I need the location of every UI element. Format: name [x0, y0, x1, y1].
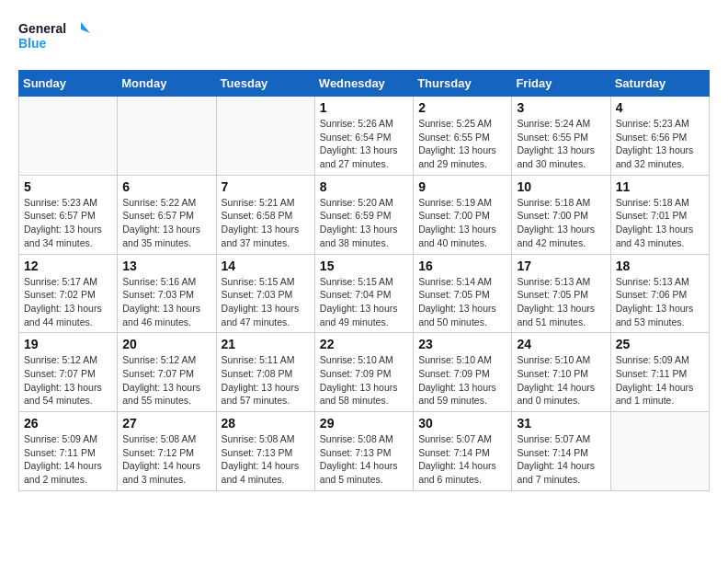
day-info: Sunrise: 5:20 AM Sunset: 6:59 PM Dayligh…	[320, 196, 408, 250]
day-number: 18	[616, 259, 704, 273]
calendar-cell: 5Sunrise: 5:23 AM Sunset: 6:57 PM Daylig…	[19, 175, 118, 254]
calendar-cell: 23Sunrise: 5:10 AM Sunset: 7:09 PM Dayli…	[414, 333, 512, 412]
calendar-cell: 6Sunrise: 5:22 AM Sunset: 6:57 PM Daylig…	[118, 175, 216, 254]
day-number: 26	[24, 416, 112, 431]
calendar-cell: 13Sunrise: 5:16 AM Sunset: 7:03 PM Dayli…	[118, 254, 216, 333]
calendar-cell: 20Sunrise: 5:12 AM Sunset: 7:07 PM Dayli…	[118, 333, 216, 412]
day-number: 23	[418, 337, 506, 351]
calendar-cell: 24Sunrise: 5:10 AM Sunset: 7:10 PM Dayli…	[512, 333, 610, 412]
day-info: Sunrise: 5:17 AM Sunset: 7:02 PM Dayligh…	[24, 275, 112, 329]
calendar-cell: 11Sunrise: 5:18 AM Sunset: 7:01 PM Dayli…	[610, 175, 709, 254]
day-info: Sunrise: 5:11 AM Sunset: 7:08 PM Dayligh…	[222, 353, 310, 408]
day-info: Sunrise: 5:18 AM Sunset: 7:00 PM Dayligh…	[517, 196, 605, 250]
weekday-header-sunday: Sunday	[19, 71, 118, 97]
calendar-cell: 27Sunrise: 5:08 AM Sunset: 7:12 PM Dayli…	[118, 412, 216, 491]
day-info: Sunrise: 5:12 AM Sunset: 7:07 PM Dayligh…	[122, 353, 210, 408]
day-info: Sunrise: 5:13 AM Sunset: 7:06 PM Dayligh…	[616, 275, 704, 329]
day-info: Sunrise: 5:14 AM Sunset: 7:05 PM Dayligh…	[418, 275, 506, 329]
weekday-header-row: SundayMondayTuesdayWednesdayThursdayFrid…	[19, 71, 710, 97]
day-info: Sunrise: 5:10 AM Sunset: 7:09 PM Dayligh…	[418, 353, 506, 408]
svg-text:Blue: Blue	[18, 36, 47, 51]
day-info: Sunrise: 5:08 AM Sunset: 7:13 PM Dayligh…	[222, 432, 310, 487]
calendar-cell: 4Sunrise: 5:23 AM Sunset: 6:56 PM Daylig…	[610, 97, 709, 176]
calendar-cell: 31Sunrise: 5:07 AM Sunset: 7:14 PM Dayli…	[512, 412, 610, 491]
day-number: 2	[418, 100, 506, 115]
calendar-cell: 17Sunrise: 5:13 AM Sunset: 7:05 PM Dayli…	[512, 254, 610, 333]
day-info: Sunrise: 5:23 AM Sunset: 6:57 PM Dayligh…	[24, 196, 112, 250]
day-info: Sunrise: 5:08 AM Sunset: 7:12 PM Dayligh…	[122, 432, 210, 487]
calendar-week-row: 26Sunrise: 5:09 AM Sunset: 7:11 PM Dayli…	[19, 412, 710, 491]
calendar-cell: 25Sunrise: 5:09 AM Sunset: 7:11 PM Dayli…	[610, 333, 709, 412]
day-number: 29	[320, 416, 408, 431]
calendar-cell: 30Sunrise: 5:07 AM Sunset: 7:14 PM Dayli…	[414, 412, 512, 491]
day-info: Sunrise: 5:08 AM Sunset: 7:13 PM Dayligh…	[320, 432, 408, 487]
day-number: 15	[320, 259, 408, 273]
calendar-cell: 3Sunrise: 5:24 AM Sunset: 6:55 PM Daylig…	[512, 97, 610, 176]
weekday-header-thursday: Thursday	[414, 71, 512, 97]
calendar-cell	[216, 97, 314, 176]
day-info: Sunrise: 5:09 AM Sunset: 7:11 PM Dayligh…	[24, 432, 112, 487]
weekday-header-monday: Monday	[118, 71, 216, 97]
day-info: Sunrise: 5:22 AM Sunset: 6:57 PM Dayligh…	[122, 196, 210, 250]
day-info: Sunrise: 5:24 AM Sunset: 6:55 PM Dayligh…	[517, 117, 605, 171]
weekday-header-tuesday: Tuesday	[216, 71, 314, 97]
day-info: Sunrise: 5:23 AM Sunset: 6:56 PM Dayligh…	[616, 117, 704, 171]
day-number: 1	[320, 100, 408, 115]
page-header: General Blue	[18, 18, 710, 55]
day-number: 6	[122, 179, 210, 194]
svg-marker-2	[81, 22, 90, 33]
day-number: 14	[222, 259, 310, 273]
day-info: Sunrise: 5:10 AM Sunset: 7:10 PM Dayligh…	[517, 353, 605, 408]
day-number: 17	[517, 259, 605, 273]
calendar-cell: 8Sunrise: 5:20 AM Sunset: 6:59 PM Daylig…	[314, 175, 413, 254]
day-number: 7	[222, 179, 310, 194]
calendar-cell: 7Sunrise: 5:21 AM Sunset: 6:58 PM Daylig…	[216, 175, 314, 254]
day-info: Sunrise: 5:15 AM Sunset: 7:04 PM Dayligh…	[320, 275, 408, 329]
day-number: 30	[418, 416, 506, 431]
weekday-header-saturday: Saturday	[610, 71, 709, 97]
day-info: Sunrise: 5:07 AM Sunset: 7:14 PM Dayligh…	[517, 432, 605, 487]
calendar-cell: 16Sunrise: 5:14 AM Sunset: 7:05 PM Dayli…	[414, 254, 512, 333]
calendar-cell: 12Sunrise: 5:17 AM Sunset: 7:02 PM Dayli…	[19, 254, 118, 333]
calendar-cell: 26Sunrise: 5:09 AM Sunset: 7:11 PM Dayli…	[19, 412, 118, 491]
day-info: Sunrise: 5:16 AM Sunset: 7:03 PM Dayligh…	[122, 275, 210, 329]
calendar-cell: 22Sunrise: 5:10 AM Sunset: 7:09 PM Dayli…	[314, 333, 413, 412]
day-info: Sunrise: 5:13 AM Sunset: 7:05 PM Dayligh…	[517, 275, 605, 329]
calendar-table: SundayMondayTuesdayWednesdayThursdayFrid…	[18, 70, 710, 491]
day-info: Sunrise: 5:12 AM Sunset: 7:07 PM Dayligh…	[24, 353, 112, 408]
weekday-header-friday: Friday	[512, 71, 610, 97]
svg-text:General: General	[18, 21, 66, 36]
day-number: 16	[418, 259, 506, 273]
day-number: 21	[222, 337, 310, 351]
day-number: 31	[517, 416, 605, 431]
calendar-cell: 9Sunrise: 5:19 AM Sunset: 7:00 PM Daylig…	[414, 175, 512, 254]
day-info: Sunrise: 5:07 AM Sunset: 7:14 PM Dayligh…	[418, 432, 506, 487]
day-number: 3	[517, 100, 605, 115]
day-info: Sunrise: 5:15 AM Sunset: 7:03 PM Dayligh…	[222, 275, 310, 329]
calendar-cell: 21Sunrise: 5:11 AM Sunset: 7:08 PM Dayli…	[216, 333, 314, 412]
calendar-cell: 29Sunrise: 5:08 AM Sunset: 7:13 PM Dayli…	[314, 412, 413, 491]
calendar-cell: 2Sunrise: 5:25 AM Sunset: 6:55 PM Daylig…	[414, 97, 512, 176]
day-number: 24	[517, 337, 605, 351]
day-number: 10	[517, 179, 605, 194]
calendar-cell: 14Sunrise: 5:15 AM Sunset: 7:03 PM Dayli…	[216, 254, 314, 333]
calendar-cell: 1Sunrise: 5:26 AM Sunset: 6:54 PM Daylig…	[314, 97, 413, 176]
day-info: Sunrise: 5:26 AM Sunset: 6:54 PM Dayligh…	[320, 117, 408, 171]
logo-svg: General Blue	[18, 18, 92, 55]
calendar-cell: 10Sunrise: 5:18 AM Sunset: 7:00 PM Dayli…	[512, 175, 610, 254]
day-info: Sunrise: 5:09 AM Sunset: 7:11 PM Dayligh…	[616, 353, 704, 408]
day-number: 25	[616, 337, 704, 351]
day-info: Sunrise: 5:18 AM Sunset: 7:01 PM Dayligh…	[616, 196, 704, 250]
day-info: Sunrise: 5:21 AM Sunset: 6:58 PM Dayligh…	[222, 196, 310, 250]
day-number: 11	[616, 179, 704, 194]
calendar-cell: 15Sunrise: 5:15 AM Sunset: 7:04 PM Dayli…	[314, 254, 413, 333]
calendar-week-row: 19Sunrise: 5:12 AM Sunset: 7:07 PM Dayli…	[19, 333, 710, 412]
calendar-cell: 19Sunrise: 5:12 AM Sunset: 7:07 PM Dayli…	[19, 333, 118, 412]
day-number: 22	[320, 337, 408, 351]
calendar-week-row: 12Sunrise: 5:17 AM Sunset: 7:02 PM Dayli…	[19, 254, 710, 333]
day-number: 9	[418, 179, 506, 194]
day-number: 4	[616, 100, 704, 115]
day-number: 5	[24, 179, 112, 194]
calendar-week-row: 5Sunrise: 5:23 AM Sunset: 6:57 PM Daylig…	[19, 175, 710, 254]
weekday-header-wednesday: Wednesday	[314, 71, 413, 97]
